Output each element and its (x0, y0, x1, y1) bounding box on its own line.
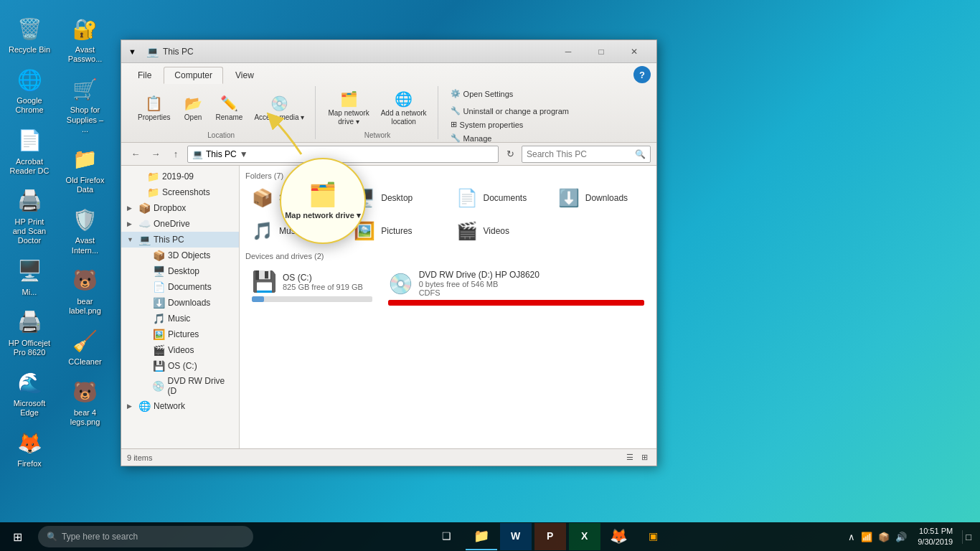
icon-firefox[interactable]: 🦊 Firefox (4, 425, 55, 472)
sidebar-item-desktop[interactable]: 🖥️ Desktop (121, 263, 239, 279)
address-bar[interactable]: 💻 This PC ▼ (187, 146, 499, 163)
sidebar-item-onedrive[interactable]: ▶ ☁️ OneDrive (121, 216, 239, 232)
sidebar-item-os-c[interactable]: 💾 OS (C:) (121, 358, 239, 374)
rename-button[interactable]: ✏️ Rename (211, 92, 248, 125)
icon-bear-4-legs[interactable]: 🐻 bear 4 legs.png (60, 374, 111, 430)
view-details-button[interactable]: ☰ (623, 451, 636, 464)
sidebar-item-dvd-rw[interactable]: 💿 DVD RW Drive (D (121, 374, 239, 398)
drive-name: OS (C:) (283, 273, 363, 283)
file-item-documents[interactable]: 📄 Documents (450, 183, 549, 213)
taskbar-clock[interactable]: 10:51 PM 9/30/2019 (912, 526, 958, 548)
tray-dropbox-icon[interactable]: 📦 (877, 530, 891, 544)
taskbar-app-excel[interactable]: X (569, 523, 600, 550)
uninstall-button[interactable]: 🔧 Uninstall or change a program (446, 104, 574, 118)
sidebar-label: Screenshots (162, 187, 210, 197)
icon-ccleaner[interactable]: 🧹 CCleaner (60, 323, 111, 370)
sidebar-item-dropbox[interactable]: ▶ 📦 Dropbox (121, 200, 239, 216)
icon-hp-officejet[interactable]: 🖨️ HP Officejet Pro 8620 (4, 304, 55, 361)
taskbar-app-word[interactable]: W (500, 523, 532, 550)
taskbar-app-task-view[interactable]: ❑ (431, 523, 463, 550)
file-item-downloads[interactable]: ⬇️ Downloads (552, 183, 651, 213)
refresh-button[interactable]: ↻ (501, 146, 519, 163)
add-network-location-button[interactable]: 🌐 Add a networklocation (376, 88, 432, 129)
icon-acrobat[interactable]: 📄 Acrobat Reader DC (4, 123, 55, 179)
sidebar-item-music[interactable]: 🎵 Music (121, 311, 239, 326)
up-button[interactable]: ↑ (167, 146, 184, 163)
sidebar-item-downloads[interactable]: ⬇️ Downloads (121, 295, 239, 311)
sidebar-item-3d-objects[interactable]: 📦 3D Objects (121, 248, 239, 263)
icon-avast-internet[interactable]: 🛡️ Avast Intern... (60, 202, 111, 258)
tray-volume-icon[interactable]: 🔊 (894, 530, 908, 544)
sidebar-item-network[interactable]: ▶ 🌐 Network (121, 398, 239, 414)
open-button[interactable]: 📂 Open (177, 92, 209, 125)
sidebar-label: 3D Objects (168, 250, 210, 260)
sidebar-item-this-pc[interactable]: ▼ 💻 This PC (121, 232, 239, 248)
sidebar-item-documents[interactable]: 📄 Documents (121, 279, 239, 295)
icon-avast-password[interactable]: 🔐 Avast Passwo... (60, 11, 111, 67)
sidebar-label: Desktop (168, 266, 199, 276)
icon-old-firefox[interactable]: 📁 Old Firefox Data (60, 141, 111, 198)
drive-item-dvd[interactable]: 💿 DVD RW Drive (D:) HP OJ8620 0 bytes fr… (382, 263, 651, 312)
tab-file[interactable]: File (127, 67, 162, 83)
taskbar-app-firefox[interactable]: 🦊 (603, 523, 635, 550)
icon-edge[interactable]: 🌊 Microsoft Edge (4, 364, 55, 421)
drive-item-os-c[interactable]: 💾 OS (C:) 825 GB free of 919 GB (245, 263, 379, 312)
taskbar-app-file-explorer[interactable]: 📁 (466, 523, 497, 550)
status-view-buttons: ☰ ⊞ (623, 451, 651, 464)
properties-button[interactable]: 📋 Properties (133, 92, 176, 125)
taskbar-app-unknown[interactable]: ▣ (638, 523, 669, 550)
tray-arrow-icon[interactable]: ∧ (847, 530, 857, 544)
taskbar-search-input[interactable] (62, 532, 241, 542)
open-settings-icon: ⚙️ (451, 89, 461, 98)
network-group-label: Network (364, 131, 391, 139)
file-item-videos[interactable]: 🎬 Videos (450, 216, 549, 246)
forward-button[interactable]: → (147, 146, 164, 163)
tab-view[interactable]: View (225, 67, 265, 83)
rename-label: Rename (216, 113, 243, 122)
ribbon-group-network: 🗂️ Map networkdrive ▾ 🌐 Add a networkloc… (317, 86, 438, 139)
icon-bear-label[interactable]: 🐻 bear label.png (60, 263, 111, 319)
search-bar[interactable]: 🔍 (522, 146, 651, 163)
file-item-pictures[interactable]: 🖼️ Pictures (347, 216, 446, 246)
icon-recycle-bin[interactable]: 🗑️ Recycle Bin (4, 11, 55, 58)
expander-icon: ▶ (127, 204, 136, 212)
sidebar-item-screenshots[interactable]: 📁 Screenshots (121, 184, 239, 200)
open-settings-button[interactable]: ⚙️ Open Settings (446, 86, 519, 101)
system-properties-button[interactable]: ⊞ System properties (446, 118, 529, 131)
taskbar-search-bar[interactable]: 🔍 (38, 526, 253, 547)
sidebar-item-pictures[interactable]: 🖼️ Pictures (121, 326, 239, 342)
show-desktop-button[interactable]: □ (962, 530, 973, 544)
map-network-drive-label: Map networkdrive ▾ (328, 109, 369, 126)
hp-officejet-icon: 🖨️ (15, 308, 44, 336)
icon-label: Recycle Bin (9, 45, 50, 55)
icon-hp-print-scan[interactable]: 🖨️ HP Print and Scan Doctor (4, 183, 55, 250)
3d-objects-icon: 📦 (153, 250, 165, 261)
drives-section-label: Devices and drives (2) (245, 252, 651, 260)
icon-mi[interactable]: 🖥️ Mi... (4, 253, 55, 301)
system-properties-icon: ⊞ (451, 120, 457, 129)
taskbar-app-powerpoint[interactable]: P (534, 523, 566, 550)
tab-computer[interactable]: Computer (164, 67, 223, 84)
minimize-button[interactable]: ─ (552, 40, 585, 63)
view-large-icons-button[interactable]: ⊞ (638, 451, 651, 464)
map-network-drive-button[interactable]: 🗂️ Map networkdrive ▾ (323, 88, 374, 129)
help-button[interactable]: ? (633, 66, 651, 83)
icon-label: Avast Intern... (63, 236, 108, 255)
sidebar-item-videos[interactable]: 🎬 Videos (121, 342, 239, 358)
quick-access-btn[interactable]: ▼ (127, 46, 138, 57)
properties-icon: 📋 (145, 95, 163, 112)
search-input[interactable] (527, 149, 635, 159)
back-button[interactable]: ← (127, 146, 144, 163)
sidebar: 📁 2019-09 📁 Screenshots ▶ 📦 Dropbox ▶ ☁️… (121, 166, 240, 448)
search-icon[interactable]: 🔍 (635, 149, 646, 159)
sidebar-label: Videos (168, 345, 194, 355)
icon-shop-supplies[interactable]: 🛒 Shop for Supplies – ... (60, 71, 111, 138)
start-button[interactable]: ⊞ (0, 522, 34, 551)
downloads-file-icon: ⬇️ (558, 188, 580, 208)
maximize-button[interactable]: □ (585, 40, 618, 63)
icon-google-chrome[interactable]: 🌐 Google Chrome (4, 62, 55, 118)
manage-icon: 🔧 (451, 133, 461, 143)
sidebar-item-2019-09[interactable]: 📁 2019-09 (121, 169, 239, 184)
close-button[interactable]: ✕ (618, 40, 651, 63)
tray-network-icon[interactable]: 📶 (859, 530, 874, 544)
